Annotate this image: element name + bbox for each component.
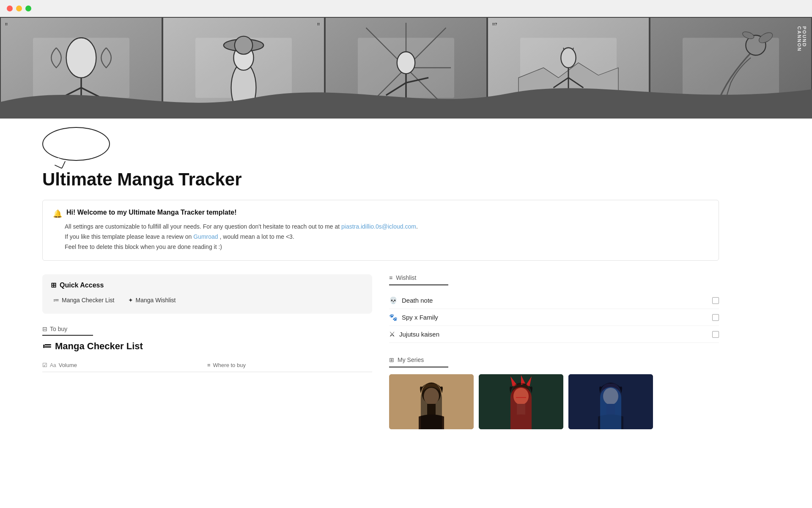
svg-rect-33 xyxy=(517,404,525,417)
wishlist-icon: ≡ xyxy=(389,274,392,281)
quick-access-label: Quick Access xyxy=(60,282,104,289)
wishlist-header: ≡ Wishlist xyxy=(389,274,448,285)
my-series-icon: ⊞ xyxy=(389,356,394,363)
svg-point-26 xyxy=(422,383,441,404)
wishlist-label: Wishlist xyxy=(396,274,416,281)
spy-family-icon: 🐾 xyxy=(389,313,398,321)
svg-point-18 xyxy=(561,48,576,68)
death-note-icon: 💀 xyxy=(389,296,398,304)
my-series-header: ⊞ My Series xyxy=(389,356,448,367)
table-header: ☑ Aa Volume ≡ Where to buy xyxy=(42,359,372,372)
spy-family-name: Spy x Family xyxy=(402,314,712,321)
spy-family-checkbox[interactable] xyxy=(712,314,719,321)
manga-wishlist-link[interactable]: ✦ Manga Wishlist xyxy=(126,295,178,305)
info-box-line1: All settings are customizable to fullfil… xyxy=(65,222,708,232)
quick-access-header: ⊞ Quick Access xyxy=(51,281,364,289)
svg-rect-37 xyxy=(606,404,615,417)
maximize-button[interactable] xyxy=(25,6,31,11)
quick-access-items: ≔ Manga Checker List ✦ Manga Wishlist xyxy=(51,295,364,305)
gumroad-link[interactable]: Gumroad xyxy=(193,233,218,240)
email-link[interactable]: piastra.idillio.0s@icloud.com xyxy=(341,223,416,230)
jujutsu-name: Jujutsu kaisen xyxy=(399,331,712,338)
page-content: Ultimate Manga Tracker 🔔 Hi! Welcome to … xyxy=(0,161,761,455)
close-button[interactable] xyxy=(7,6,13,11)
heading-icon: ≔ xyxy=(42,341,52,352)
svg-point-35 xyxy=(601,383,620,404)
series-card-2[interactable] xyxy=(479,374,563,429)
svg-rect-28 xyxy=(427,404,436,417)
svg-point-27 xyxy=(424,388,439,405)
hero-banner: !! !! xyxy=(0,17,812,119)
sparkle-icon: ✦ xyxy=(128,297,133,304)
manga-wishlist-label: Manga Wishlist xyxy=(136,297,176,304)
wishlist-item-spy-family[interactable]: 🐾 Spy x Family xyxy=(389,309,719,326)
quick-access-block: ⊞ Quick Access ≔ Manga Checker List ✦ Ma… xyxy=(42,274,372,314)
left-column: ⊞ Quick Access ≔ Manga Checker List ✦ Ma… xyxy=(42,274,372,429)
right-column: ≡ Wishlist 💀 Death note 🐾 Spy x Family ⚔… xyxy=(389,274,719,429)
avatar-area xyxy=(0,119,812,161)
death-note-name: Death note xyxy=(402,297,712,304)
to-buy-label: ⊟ To buy xyxy=(42,326,93,336)
jujutsu-icon: ⚔ xyxy=(389,330,395,338)
svg-point-36 xyxy=(603,388,618,405)
bell-icon: 🔔 xyxy=(53,209,62,218)
manga-checker-label: Manga Checker List xyxy=(62,297,115,304)
wishlist-section: ≡ Wishlist 💀 Death note 🐾 Spy x Family ⚔… xyxy=(389,274,719,343)
death-note-checkbox[interactable] xyxy=(712,297,719,304)
two-column-layout: ⊞ Quick Access ≔ Manga Checker List ✦ Ma… xyxy=(42,274,719,429)
info-box-title: Hi! Welcome to my Ultimate Manga Tracker… xyxy=(66,209,236,216)
manga-checker-list-link[interactable]: ≔ Manga Checker List xyxy=(51,295,117,305)
svg-point-0 xyxy=(66,38,96,77)
svg-point-14 xyxy=(397,52,415,74)
series-card-death-note[interactable] xyxy=(389,374,474,429)
page-title: Ultimate Manga Tracker xyxy=(42,169,719,190)
title-bar xyxy=(0,0,812,17)
quick-access-icon: ⊞ xyxy=(51,281,56,289)
wishlist-item-death-note[interactable]: 💀 Death note xyxy=(389,292,719,309)
info-box-line2: If you like this template please leave a… xyxy=(65,232,708,242)
info-box-line3: Feel free to delete this block when you … xyxy=(65,242,708,252)
wishlist-item-jujutsu[interactable]: ⚔ Jujutsu kaisen xyxy=(389,326,719,343)
to-buy-icon: ⊟ xyxy=(42,326,47,332)
wave-decoration xyxy=(0,77,812,119)
jujutsu-checkbox[interactable] xyxy=(712,331,719,338)
speech-bubble xyxy=(42,127,110,161)
svg-rect-34 xyxy=(568,374,653,429)
menu-icon: ≡ xyxy=(207,362,211,368)
svg-point-31 xyxy=(513,388,529,405)
info-box-header: 🔔 Hi! Welcome to my Ultimate Manga Track… xyxy=(53,209,708,218)
series-card-3[interactable] xyxy=(568,374,653,429)
my-series-section: ⊞ My Series xyxy=(389,356,719,429)
volume-column-header: ☑ Aa Volume xyxy=(42,362,207,368)
my-series-label: My Series xyxy=(398,356,424,363)
minimize-button[interactable] xyxy=(16,6,22,11)
series-grid xyxy=(389,374,719,429)
info-box: 🔔 Hi! Welcome to my Ultimate Manga Track… xyxy=(42,200,719,261)
svg-point-7 xyxy=(235,36,252,54)
check-icon: ☑ xyxy=(42,362,47,368)
list-icon: ≔ xyxy=(53,297,59,304)
manga-checker-heading: ≔ Manga Checker List xyxy=(42,341,372,352)
where-to-buy-column-header: ≡ Where to buy xyxy=(207,362,372,368)
